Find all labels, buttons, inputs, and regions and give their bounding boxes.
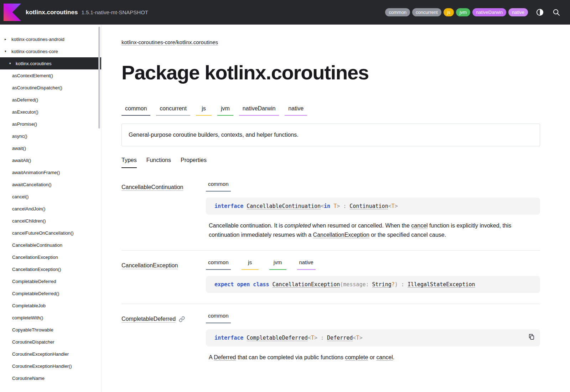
copy-icon[interactable] — [528, 333, 535, 342]
section-platform-tab-native[interactable]: native — [297, 259, 316, 270]
sidebar-item-awaitall[interactable]: awaitAll() — [0, 154, 101, 166]
code-link[interactable]: Deferred — [327, 335, 353, 341]
sidebar-item-label: cancel() — [12, 194, 28, 199]
sidebar-item-awaitanimationframe[interactable]: awaitAnimationFrame() — [0, 166, 101, 178]
description-link[interactable]: complete — [345, 354, 368, 360]
section-title-link[interactable]: CancellationException — [121, 262, 178, 269]
code-token: < — [388, 203, 392, 209]
platform-filter-concurrent[interactable]: concurrent — [412, 8, 441, 16]
sidebar-item-label: CompletableJob — [12, 303, 46, 308]
anchor-link-icon[interactable] — [179, 316, 185, 322]
section-title-link[interactable]: CompletableDeferred — [121, 316, 176, 322]
tab-properties[interactable]: Properties — [181, 157, 207, 168]
sidebar-item-completablejob[interactable]: CompletableJob — [0, 299, 101, 312]
code-token: T — [333, 203, 337, 209]
platform-tab-concurrent[interactable]: concurrent — [156, 105, 190, 116]
sidebar-item-coroutinedispatcher[interactable]: CoroutineDispatcher — [0, 336, 101, 348]
sidebar-item-cancellationexception[interactable]: CancellationException — [0, 251, 101, 263]
code-link[interactable]: IllegalStateException — [408, 281, 475, 288]
platform-tab-js[interactable]: js — [196, 105, 212, 116]
sidebar-item-label: kotlinx.coroutines — [16, 61, 51, 66]
sidebar-item-cancelfutureoncancellation[interactable]: cancelFutureOnCancellation() — [0, 227, 101, 239]
platform-tab-jvm[interactable]: jvm — [217, 105, 233, 116]
sidebar-item-ascoroutinedispatcher[interactable]: asCoroutineDispatcher() — [0, 82, 101, 94]
kotlin-logo-icon[interactable] — [4, 4, 21, 21]
code-token: interface — [214, 203, 247, 209]
code-signature: expect open class CancellationException(… — [206, 276, 540, 293]
sidebar-item-cancelandjoin[interactable]: cancelAndJoin() — [0, 203, 101, 215]
sidebar-item-completabledeferred[interactable]: CompletableDeferred() — [0, 287, 101, 299]
code-link[interactable]: String — [372, 281, 392, 288]
code-link[interactable]: CancellableContinuation — [247, 203, 321, 209]
platform-filter-jvm[interactable]: jvm — [456, 8, 470, 16]
breadcrumb-link-kotlinx-coroutines[interactable]: kotlinx.coroutines — [177, 39, 218, 45]
platform-filter-badges: commonconcurrentjsjvmnativeDarwinnative — [385, 8, 528, 16]
code-token: > : — [337, 203, 349, 209]
sidebar-item-label: asPromise() — [12, 121, 37, 127]
sidebar-item-completabledeferred[interactable]: CompletableDeferred — [0, 275, 101, 287]
sidebar-item-cancellablecontinuation[interactable]: CancellableContinuation — [0, 239, 101, 251]
description-link[interactable]: Deferred — [214, 354, 236, 360]
breadcrumb-link-kotlinx-coroutines-core[interactable]: kotlinx-coroutines-core — [121, 39, 175, 45]
code-token: < — [321, 203, 324, 209]
sidebar-item-await[interactable]: await() — [0, 142, 101, 154]
search-button[interactable] — [551, 8, 561, 17]
description-link[interactable]: cancel — [377, 354, 393, 360]
sidebar: ▸kotlinx-coroutines-android▾kotlinx-coro… — [0, 25, 102, 392]
tab-types[interactable]: Types — [121, 157, 137, 168]
chevron-right-icon[interactable]: ▸ — [5, 37, 6, 41]
platform-filter-common[interactable]: common — [385, 8, 410, 16]
project-title[interactable]: kotlinx.coroutines — [26, 9, 78, 16]
chevron-down-icon[interactable]: ▾ — [5, 49, 6, 53]
code-link[interactable]: CancellationException — [273, 281, 340, 288]
section-cancellationexception: CancellationExceptioncommonjsjvmnativeex… — [121, 251, 540, 304]
code-link[interactable]: CompletableDeferred — [247, 335, 308, 341]
sidebar-item-copyablethrowable[interactable]: CopyableThrowable — [0, 324, 101, 336]
section-platform-tab-common[interactable]: common — [206, 313, 231, 323]
code-link[interactable]: Continuation — [349, 203, 388, 209]
sidebar-item-coroutineexceptionhandler[interactable]: CoroutineExceptionHandler — [0, 348, 101, 360]
sidebar-item-kotlinx-coroutines[interactable]: ▾kotlinx.coroutines — [0, 57, 101, 69]
sidebar-item-kotlinx-coroutines-core[interactable]: ▾kotlinx-coroutines-core — [0, 45, 101, 57]
sidebar-item-cancellationexception[interactable]: CancellationException() — [0, 263, 101, 275]
sidebar-item-completewith[interactable]: completeWith() — [0, 312, 101, 324]
sidebar-item-label: cancelFutureOnCancellation() — [12, 230, 74, 236]
section-platform-tab-jvm[interactable]: jvm — [269, 259, 286, 270]
platform-filter-native[interactable]: native — [508, 8, 528, 16]
code-signature: interface CancellableContinuation<in T> … — [206, 198, 540, 215]
description-link[interactable]: CancellationException — [313, 232, 369, 238]
sidebar-item-coroutineexceptionhandler[interactable]: CoroutineExceptionHandler() — [0, 360, 101, 372]
section-platform-tab-js[interactable]: js — [242, 259, 259, 270]
sidebar-item-aspromise[interactable]: asPromise() — [0, 118, 101, 130]
tab-functions[interactable]: Functions — [146, 157, 171, 168]
section-platform-tab-common[interactable]: common — [206, 259, 231, 270]
platform-tab-nativedarwin[interactable]: nativeDarwin — [239, 105, 279, 116]
sidebar-item-label: awaitAll() — [12, 158, 31, 163]
sidebar-item-label: CancellationException — [12, 255, 58, 260]
description-text: A — [209, 354, 214, 360]
platform-tab-native[interactable]: native — [285, 105, 307, 116]
sidebar-item-async[interactable]: async() — [0, 130, 101, 142]
platform-tab-common[interactable]: common — [121, 105, 150, 116]
sidebar-item-awaitcancellation[interactable]: awaitCancellation() — [0, 178, 101, 190]
description-link[interactable]: cancel — [411, 223, 428, 229]
section-header: CancellationException — [121, 259, 206, 293]
sidebar-item-asdeferred[interactable]: asDeferred() — [0, 94, 101, 106]
sidebar-item-cancelchildren[interactable]: cancelChildren() — [0, 215, 101, 227]
sidebar-item-label: CoroutineExceptionHandler — [12, 351, 69, 357]
section-title-link[interactable]: CancellableContinuation — [121, 184, 183, 190]
section-completabledeferred: CompletableDeferredcommoninterface Compl… — [121, 304, 540, 373]
chevron-down-icon[interactable]: ▾ — [9, 62, 11, 65]
section-platform-tab-common[interactable]: common — [206, 181, 231, 192]
platform-filter-nativedarwin[interactable]: nativeDarwin — [472, 8, 506, 16]
theme-toggle-button[interactable] — [535, 8, 544, 17]
sidebar-item-cancel[interactable]: cancel() — [0, 190, 101, 203]
sidebar-item-kotlinx-coroutines-android[interactable]: ▸kotlinx-coroutines-android — [0, 33, 101, 45]
code-token: ) : — [395, 281, 408, 288]
sidebar-item-label: awaitAnimationFrame() — [12, 170, 60, 175]
sidebar-item-ascontextelement[interactable]: asContextElement() — [0, 69, 101, 82]
sidebar-scrollbar[interactable] — [98, 27, 100, 129]
sidebar-item-coroutinename[interactable]: CoroutineName — [0, 372, 101, 384]
sidebar-item-asexecutor[interactable]: asExecutor() — [0, 106, 101, 118]
platform-filter-js[interactable]: js — [444, 8, 454, 16]
